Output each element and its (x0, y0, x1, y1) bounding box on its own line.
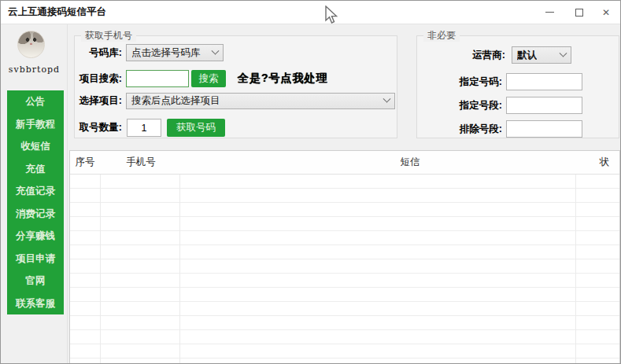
sidebar-item-receive-sms[interactable]: 收短信 (7, 135, 64, 158)
number-library-value: 点击选择号码库 (131, 46, 201, 60)
maximize-icon (575, 9, 583, 17)
close-icon: ✕ (602, 8, 610, 17)
close-button[interactable]: ✕ (594, 1, 618, 24)
project-search-label: 项目搜索: (75, 70, 122, 87)
chevron-down-icon (383, 95, 391, 103)
optional-group-title: 非必要 (423, 29, 460, 42)
get-phone-group-title: 获取手机号 (81, 29, 136, 42)
chevron-down-icon (560, 49, 567, 57)
sidebar-item-spend-log[interactable]: 消费记录 (7, 203, 64, 226)
window-title: 云上互通接码短信平台 (8, 1, 106, 24)
column-divider (100, 175, 101, 364)
sidebar-item-announcement[interactable]: 公告 (7, 90, 64, 113)
question-mark-help-link[interactable]: 全是?号点我处理 (238, 72, 328, 86)
operator-select[interactable]: 默认 (512, 46, 571, 64)
column-header-phone[interactable]: 手机号 (126, 151, 156, 174)
quantity-label: 取号数量: (75, 119, 122, 136)
app-window: 云上互通接码短信平台 ✕ svbbrtopd 公告 新手教程 收短信 充值 充值… (0, 0, 621, 364)
specify-number-label: 指定号码: (417, 73, 502, 90)
column-header-sms[interactable]: 短信 (401, 151, 420, 174)
search-button[interactable]: 搜索 (191, 70, 226, 87)
column-divider (179, 175, 180, 364)
sms-table: 序号 手机号 短信 状态 (69, 150, 620, 364)
specify-segment-label: 指定号段: (417, 97, 502, 114)
title-bar: 云上互通接码短信平台 ✕ (1, 1, 620, 24)
chevron-down-icon (212, 46, 220, 54)
sms-table-body (70, 175, 619, 364)
sidebar-item-recharge-log[interactable]: 充值记录 (7, 180, 64, 203)
sidebar-menu: 公告 新手教程 收短信 充值 充值记录 消费记录 分享赚钱 项目申请 官网 联系… (7, 90, 64, 314)
select-project-value: 搜索后点此选择项目 (131, 94, 220, 108)
sidebar-divider (67, 24, 68, 363)
exclude-segment-label: 排除号段: (417, 120, 502, 138)
quantity-input[interactable] (127, 119, 161, 137)
username-label: svbbrtopd (1, 64, 68, 75)
operator-value: 默认 (517, 49, 537, 62)
minimize-icon (545, 12, 554, 13)
sidebar-item-contact-support[interactable]: 联系客服 (7, 292, 64, 315)
minimize-button[interactable] (538, 1, 561, 24)
project-search-input[interactable] (126, 70, 189, 87)
get-phone-groupbox: 获取手机号 号码库: 点击选择号码库 项目搜索: 搜索 全是?号点我处理 选择项… (74, 35, 397, 138)
avatar (17, 31, 45, 58)
exclude-segment-input[interactable] (506, 120, 582, 138)
get-number-button[interactable]: 获取号码 (167, 119, 225, 137)
number-library-select[interactable]: 点击选择号码库 (126, 44, 224, 61)
sidebar-item-recharge[interactable]: 充值 (7, 158, 64, 181)
column-divider (575, 175, 576, 364)
operator-label: 运营商: (417, 46, 505, 64)
sidebar-item-official-site[interactable]: 官网 (7, 270, 64, 292)
select-project-select[interactable]: 搜索后点此选择项目 (126, 93, 395, 109)
select-project-label: 选择项目: (75, 92, 122, 109)
sidebar-item-project-apply[interactable]: 项目申请 (7, 248, 64, 270)
specify-segment-input[interactable] (506, 97, 582, 114)
maximize-button[interactable] (567, 1, 591, 24)
number-library-label: 号码库: (75, 44, 122, 61)
column-header-index[interactable]: 序号 (76, 151, 95, 174)
optional-groupbox: 非必要 运营商: 默认 指定号码: 指定号段: 排除号段: (416, 35, 619, 138)
specify-number-input[interactable] (506, 73, 582, 90)
sidebar-item-share-earn[interactable]: 分享赚钱 (7, 225, 64, 248)
sidebar-item-tutorial[interactable]: 新手教程 (7, 113, 64, 136)
sms-table-header: 序号 手机号 短信 状态 (70, 151, 619, 175)
